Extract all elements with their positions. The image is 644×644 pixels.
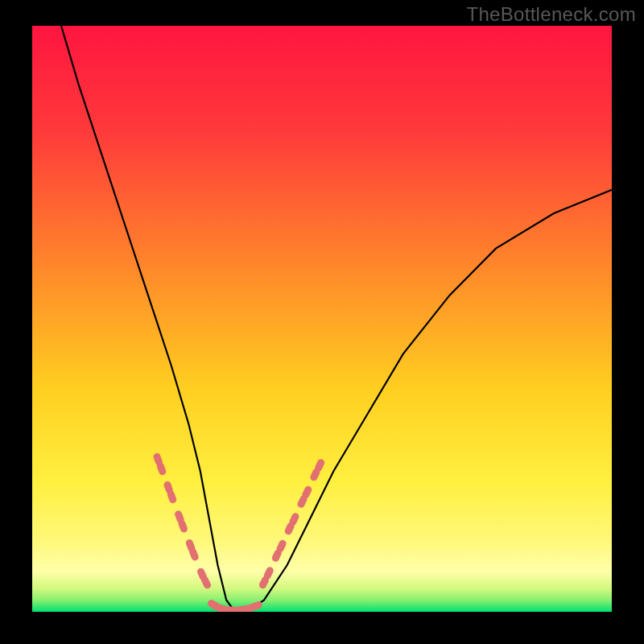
watermark-text: TheBottleneck.com xyxy=(466,3,636,26)
chart-frame: TheBottleneck.com xyxy=(0,0,644,644)
chart-plot-area xyxy=(32,26,612,612)
chart-svg xyxy=(32,26,612,612)
chart-gradient-background xyxy=(32,26,612,612)
